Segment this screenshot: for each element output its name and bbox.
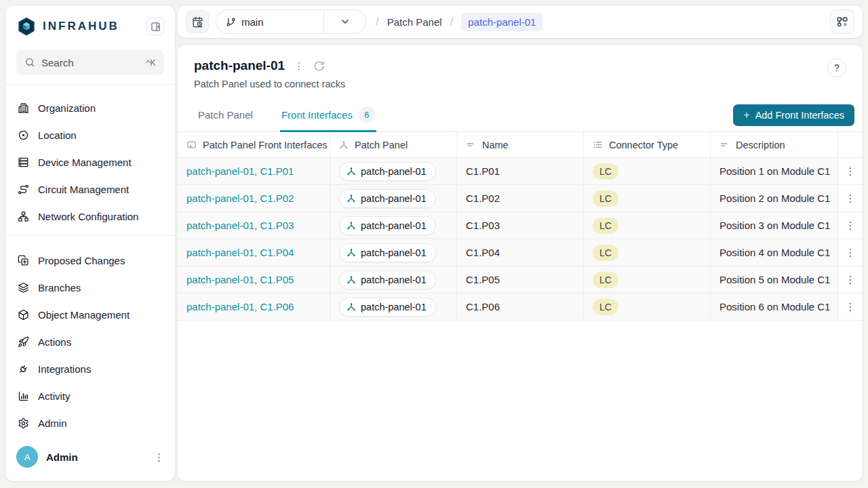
sidebar-header: INFRAHUB <box>5 5 175 42</box>
row-kebab-icon[interactable]: ⋮ <box>846 193 856 203</box>
collapse-sidebar-button[interactable] <box>146 18 164 35</box>
sidebar-item-proposed-changes[interactable]: Proposed Changes <box>5 247 175 274</box>
patch-panel-pill[interactable]: patch-panel-01 <box>339 216 436 235</box>
interface-link[interactable]: patch-panel-01, C1.P03 <box>186 220 294 231</box>
hierarchy-icon <box>347 194 356 203</box>
add-button-label: Add Front Interfaces <box>755 110 844 121</box>
tab-front-interfaces[interactable]: Front Interfaces 6 <box>280 106 376 132</box>
hierarchy-icon <box>347 167 356 176</box>
text-lines-icon <box>466 140 476 150</box>
pill-label: patch-panel-01 <box>361 247 427 258</box>
sidebar-item-location[interactable]: Location <box>5 121 175 148</box>
layers-icon <box>18 282 29 293</box>
cube-icon <box>18 309 29 321</box>
user-name: Admin <box>46 451 146 463</box>
cell-name: C1.P02 <box>457 185 584 211</box>
row-kebab-icon[interactable]: ⋮ <box>846 220 856 230</box>
breadcrumb: / Patch Panel / patch-panel-01 <box>373 13 542 31</box>
row-kebab-icon[interactable]: ⋮ <box>846 302 856 312</box>
column-header-label: Description <box>736 140 785 150</box>
add-front-interfaces-button[interactable]: + Add Front Interfaces <box>733 104 854 126</box>
page-title: patch-panel-01 <box>194 58 285 73</box>
logo[interactable]: INFRAHUB <box>16 16 119 37</box>
user-kebab-icon[interactable]: ⋮ <box>154 452 164 462</box>
sidebar-item-admin[interactable]: Admin <box>5 409 175 436</box>
git-branch-icon <box>226 17 236 27</box>
breadcrumb-section[interactable]: Patch Panel <box>387 16 442 28</box>
sidebar-item-label: Location <box>38 129 77 141</box>
location-icon <box>18 129 29 141</box>
user-menu[interactable]: A Admin ⋮ <box>5 436 175 481</box>
rocket-icon <box>18 336 29 348</box>
table-row[interactable]: patch-panel-01, C1.P01 patch-panel-01 C1… <box>178 158 863 185</box>
column-header-patch-panel[interactable]: Patch Panel <box>330 132 457 157</box>
row-kebab-icon[interactable]: ⋮ <box>846 247 856 258</box>
avatar: A <box>16 446 38 468</box>
diff-icon <box>18 255 29 266</box>
patch-panel-pill[interactable]: patch-panel-01 <box>339 243 436 262</box>
sidebar-item-circuit-management[interactable]: Circuit Management <box>5 176 175 203</box>
cell-description: Position 4 on Module C1 <box>711 239 838 266</box>
network-icon <box>18 211 29 222</box>
patch-panel-pill[interactable]: patch-panel-01 <box>339 189 436 208</box>
sidebar-item-network-configuration[interactable]: Network Configuration <box>5 203 175 230</box>
interface-link[interactable]: patch-panel-01, C1.P04 <box>186 247 294 258</box>
breadcrumb-current[interactable]: patch-panel-01 <box>461 13 542 31</box>
table-row[interactable]: patch-panel-01, C1.P04 patch-panel-01 C1… <box>178 239 863 266</box>
branch-selector[interactable]: main <box>216 9 366 34</box>
pill-label: patch-panel-01 <box>361 274 427 285</box>
column-header-label: Patch Panel Front Interfaces <box>203 140 328 150</box>
breadcrumb-separator: / <box>448 15 456 28</box>
branch-dropdown-toggle[interactable] <box>323 10 366 33</box>
column-header-label: Connector Type <box>609 140 678 150</box>
branch-current[interactable]: main <box>216 10 323 33</box>
column-header-connector-type[interactable]: Connector Type <box>584 132 711 157</box>
help-button[interactable]: ? <box>827 58 846 77</box>
sidebar-item-organization[interactable]: Organization <box>5 94 175 121</box>
panel-collapse-icon <box>151 22 161 32</box>
title-kebab-icon[interactable]: ⋮ <box>294 60 304 71</box>
front-interfaces-table: Patch Panel Front Interfaces Patch Panel… <box>178 132 863 321</box>
interface-link[interactable]: patch-panel-01, C1.P06 <box>186 301 294 312</box>
row-kebab-icon[interactable]: ⋮ <box>846 274 856 285</box>
table-row[interactable]: patch-panel-01, C1.P03 patch-panel-01 C1… <box>178 212 863 239</box>
chevron-down-icon <box>340 16 351 27</box>
sidebar-item-integrations[interactable]: Integrations <box>5 355 175 382</box>
column-header-display[interactable]: Patch Panel Front Interfaces <box>178 132 330 157</box>
sidebar-item-activity[interactable]: Activity <box>5 382 175 409</box>
sidebar-item-label: Device Management <box>38 157 132 168</box>
tab-patch-panel[interactable]: Patch Panel <box>197 109 254 132</box>
connector-type-badge: LC <box>593 163 618 180</box>
table-row[interactable]: patch-panel-01, C1.P02 patch-panel-01 C1… <box>178 185 863 212</box>
tab-label: Front Interfaces <box>281 109 353 121</box>
column-header-name[interactable]: Name <box>457 132 584 157</box>
sidebar-item-customer-service[interactable]: Customer Service <box>5 230 175 236</box>
sidebar-item-label: Branches <box>38 282 81 293</box>
table-row[interactable]: patch-panel-01, C1.P05 patch-panel-01 C1… <box>178 266 863 293</box>
cell-description: Position 6 on Module C1 <box>711 293 838 320</box>
sidebar-item-device-management[interactable]: Device Management <box>5 148 175 176</box>
column-header-description[interactable]: Description <box>711 132 838 157</box>
sidebar-item-branches[interactable]: Branches <box>5 274 175 301</box>
refresh-icon[interactable] <box>313 60 325 72</box>
table-row[interactable]: patch-panel-01, C1.P06 patch-panel-01 C1… <box>178 293 863 321</box>
interface-link[interactable]: patch-panel-01, C1.P01 <box>186 165 294 177</box>
column-header-label: Patch Panel <box>355 140 408 150</box>
patch-panel-pill[interactable]: patch-panel-01 <box>339 270 436 289</box>
connector-type-badge: LC <box>593 218 618 234</box>
interface-link[interactable]: patch-panel-01, C1.P05 <box>186 274 294 285</box>
sidebar-item-object-management[interactable]: Object Management <box>5 301 175 328</box>
sidebar-item-label: Admin <box>38 418 67 429</box>
search-input[interactable]: Search ^K <box>16 50 164 75</box>
cell-name: C1.P06 <box>457 293 584 320</box>
schema-visualizer-button[interactable] <box>830 9 854 34</box>
row-kebab-icon[interactable]: ⋮ <box>846 166 856 176</box>
cell-description: Position 5 on Module C1 <box>711 266 838 293</box>
sidebar-item-actions[interactable]: Actions <box>5 328 175 355</box>
patch-panel-pill[interactable]: patch-panel-01 <box>339 162 436 181</box>
interface-link[interactable]: patch-panel-01, C1.P02 <box>186 192 294 204</box>
time-travel-button[interactable] <box>186 10 209 33</box>
cell-name: C1.P03 <box>457 212 584 239</box>
calendar-clock-icon <box>192 16 203 28</box>
patch-panel-pill[interactable]: patch-panel-01 <box>339 298 436 317</box>
